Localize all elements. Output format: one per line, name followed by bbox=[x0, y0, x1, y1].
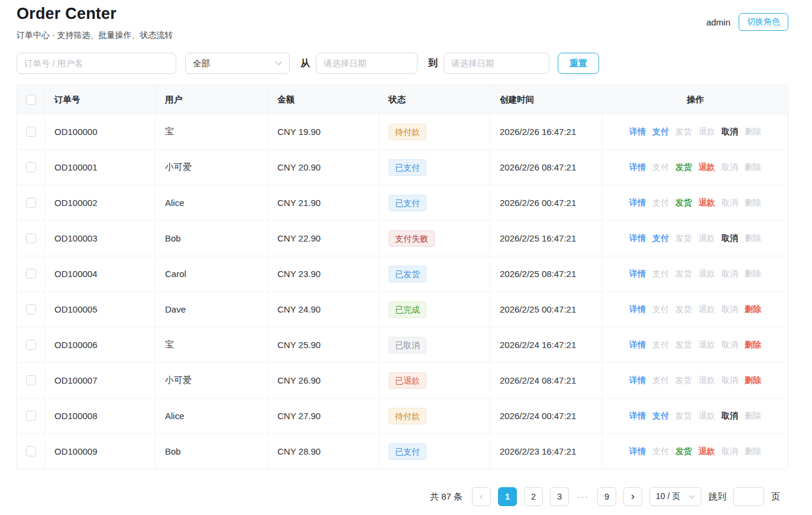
action-ship: 发货 bbox=[675, 411, 692, 421]
row-checkbox[interactable] bbox=[26, 198, 36, 208]
page-ellipsis: ··· bbox=[576, 492, 590, 501]
user-cell: 小可爱 bbox=[156, 150, 268, 185]
row-checkbox[interactable] bbox=[26, 127, 36, 137]
reset-button[interactable]: 重置 bbox=[558, 53, 599, 74]
row-checkbox[interactable] bbox=[26, 233, 36, 243]
chevron-right-icon: › bbox=[631, 490, 635, 503]
chevron-down-icon bbox=[275, 61, 282, 66]
action-pay[interactable]: 支付 bbox=[652, 127, 669, 137]
action-ship[interactable]: 发货 bbox=[675, 198, 692, 208]
page-subtitle: 订单中心 · 支持筛选、批量操作、状态流转 bbox=[17, 30, 812, 41]
action-pay: 支付 bbox=[652, 340, 669, 350]
row-checkbox[interactable] bbox=[26, 446, 36, 456]
chevron-down-icon bbox=[688, 495, 695, 499]
action-cancel: 取消 bbox=[722, 162, 738, 173]
action-links: 详情支付发货退款取消删除 bbox=[629, 304, 761, 315]
status-cell: 已支付 bbox=[379, 150, 490, 185]
row-checkbox-cell bbox=[17, 150, 45, 185]
keyword-search-input[interactable] bbox=[17, 53, 176, 74]
action-detail[interactable]: 详情 bbox=[629, 269, 646, 279]
next-page-button[interactable]: › bbox=[623, 487, 642, 506]
status-badge: 已完成 bbox=[389, 301, 426, 318]
header-checkbox-cell bbox=[17, 85, 45, 114]
created-time-cell: 2026/2/25 16:47:21 bbox=[490, 221, 603, 256]
action-ship[interactable]: 发货 bbox=[675, 162, 692, 173]
status-select[interactable]: 全部 bbox=[185, 53, 290, 74]
amount-cell: CNY 27.90 bbox=[268, 398, 379, 433]
actions-cell: 详情支付发货退款取消删除 bbox=[603, 292, 788, 327]
amount-cell: CNY 23.90 bbox=[268, 256, 379, 291]
action-refund[interactable]: 退款 bbox=[698, 198, 715, 208]
action-detail[interactable]: 详情 bbox=[629, 446, 646, 457]
created-time-cell: 2026/2/25 08:47:21 bbox=[490, 256, 603, 291]
action-cancel: 取消 bbox=[722, 269, 738, 279]
table-body: OD100000 宝 CNY 19.90 待付款 2026/2/26 16:47… bbox=[17, 114, 788, 469]
action-pay[interactable]: 支付 bbox=[652, 411, 669, 421]
action-delete[interactable]: 删除 bbox=[745, 375, 761, 386]
page-title: Order Center bbox=[17, 0, 812, 23]
switch-role-button[interactable]: 切换角色 bbox=[739, 13, 788, 31]
status-badge: 已发货 bbox=[389, 266, 426, 282]
action-pay[interactable]: 支付 bbox=[652, 233, 669, 244]
action-refund[interactable]: 退款 bbox=[698, 162, 715, 173]
user-cell: Bob bbox=[156, 434, 268, 469]
jump-page-input[interactable] bbox=[733, 487, 764, 506]
action-detail[interactable]: 详情 bbox=[629, 411, 646, 421]
row-checkbox[interactable] bbox=[26, 162, 36, 172]
created-time-cell: 2026/2/24 16:47:21 bbox=[490, 327, 603, 362]
action-links: 详情支付发货退款取消删除 bbox=[629, 411, 761, 421]
action-cancel[interactable]: 取消 bbox=[722, 411, 738, 421]
action-ship[interactable]: 发货 bbox=[675, 446, 692, 457]
action-detail[interactable]: 详情 bbox=[629, 127, 646, 137]
current-user-label: admin bbox=[706, 17, 730, 27]
order-id-cell: OD100001 bbox=[45, 150, 156, 185]
date-to-input[interactable] bbox=[444, 53, 549, 74]
date-from-input[interactable] bbox=[316, 53, 418, 74]
action-refund: 退款 bbox=[698, 411, 715, 421]
created-time-cell: 2026/2/26 00:47:21 bbox=[490, 185, 603, 220]
order-center-page: admin 切换角色 Order Center 订单中心 · 支持筛选、批量操作… bbox=[0, 0, 812, 515]
action-detail[interactable]: 详情 bbox=[629, 198, 646, 208]
status-cell: 已发货 bbox=[379, 256, 490, 291]
action-detail[interactable]: 详情 bbox=[629, 162, 646, 173]
column-header-created: 创建时间 bbox=[490, 85, 603, 114]
action-cancel[interactable]: 取消 bbox=[722, 233, 738, 244]
filter-bar: 全部 从 到 重置 bbox=[17, 53, 812, 74]
order-id-cell: OD100006 bbox=[45, 327, 156, 362]
page-button-9[interactable]: 9 bbox=[597, 487, 616, 506]
order-id-cell: OD100005 bbox=[45, 292, 156, 327]
action-cancel[interactable]: 取消 bbox=[722, 127, 738, 137]
chevron-left-icon: ‹ bbox=[480, 490, 483, 503]
action-detail[interactable]: 详情 bbox=[629, 375, 646, 386]
action-delete[interactable]: 删除 bbox=[745, 340, 761, 350]
page-size-select[interactable]: 10 / 页 bbox=[649, 487, 701, 506]
select-all-checkbox[interactable] bbox=[26, 95, 36, 105]
action-cancel: 取消 bbox=[722, 198, 738, 208]
row-checkbox-cell bbox=[17, 114, 45, 149]
date-to-label: 到 bbox=[428, 57, 438, 70]
action-delete[interactable]: 删除 bbox=[745, 304, 761, 315]
status-badge: 已支付 bbox=[389, 443, 426, 460]
action-refund[interactable]: 退款 bbox=[698, 446, 715, 457]
row-checkbox[interactable] bbox=[26, 304, 36, 314]
action-detail[interactable]: 详情 bbox=[629, 340, 646, 350]
row-checkbox[interactable] bbox=[26, 375, 36, 385]
row-checkbox-cell bbox=[17, 434, 45, 469]
action-detail[interactable]: 详情 bbox=[629, 233, 646, 244]
page-button-3[interactable]: 3 bbox=[550, 487, 569, 506]
page-button-2[interactable]: 2 bbox=[524, 487, 543, 506]
action-detail[interactable]: 详情 bbox=[629, 304, 646, 315]
action-delete: 删除 bbox=[745, 446, 761, 457]
action-pay: 支付 bbox=[652, 375, 669, 386]
page-button-1[interactable]: 1 bbox=[498, 487, 517, 506]
prev-page-button[interactable]: ‹ bbox=[472, 487, 491, 506]
column-header-actions: 操作 bbox=[603, 85, 788, 114]
amount-cell: CNY 28.90 bbox=[268, 434, 379, 469]
table-row: OD100003 Bob CNY 22.90 支付失败 2026/2/25 16… bbox=[17, 220, 788, 256]
row-checkbox[interactable] bbox=[26, 269, 36, 279]
action-refund: 退款 bbox=[698, 127, 715, 137]
table-row: OD100006 宝 CNY 25.90 已取消 2026/2/24 16:47… bbox=[17, 327, 788, 362]
table-header-row: 订单号 用户 金额 状态 创建时间 操作 bbox=[17, 85, 788, 114]
row-checkbox[interactable] bbox=[26, 340, 36, 350]
row-checkbox[interactable] bbox=[26, 411, 36, 421]
